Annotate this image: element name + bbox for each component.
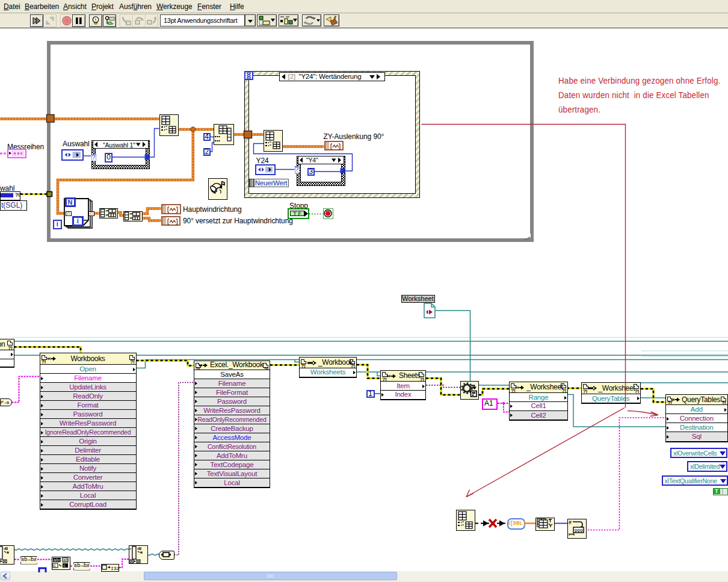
svg-text:c: c [54,563,56,568]
svg-text:abc: abc [54,558,61,563]
svg-text:ab: ab [63,558,68,563]
svg-text:#: # [569,519,572,525]
svg-text:c: c [63,563,66,568]
svg-text:P→a: P→a [1,400,10,405]
svg-text:I32: I32 [111,566,120,571]
svg-text:999: 999 [575,528,584,533]
